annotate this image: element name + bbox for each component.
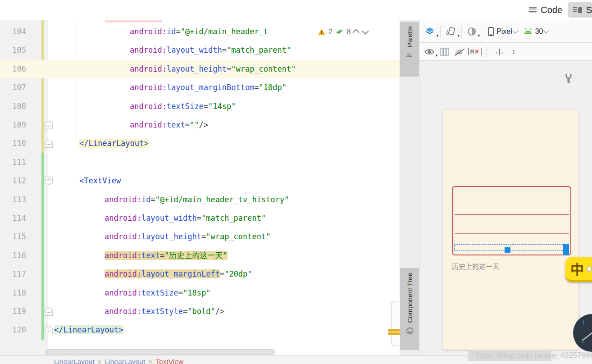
split-view-label: Split bbox=[586, 5, 592, 15]
breadcrumb-item[interactable]: TextView bbox=[155, 358, 183, 364]
code-text: android:textStyle="bold"/> bbox=[0, 302, 224, 321]
code-text: android:layout_width="match_parent" bbox=[0, 41, 291, 59]
code-line-110[interactable]: 110</LinearLayout> bbox=[0, 134, 400, 153]
code-text: android:layout_height="wrap_content" bbox=[0, 60, 296, 78]
rtl-off-icon[interactable]: R✕ bbox=[468, 48, 482, 55]
component-tree-tool-tab[interactable]: Component Tree bbox=[400, 268, 419, 350]
line-number: 111 bbox=[0, 153, 26, 172]
chevron-down-icon bbox=[543, 28, 549, 34]
code-line-119[interactable]: 119android:textStyle="bold"/> bbox=[0, 302, 400, 321]
checks-passed-icon: ✔✔ bbox=[336, 27, 344, 36]
code-line-104[interactable]: 104android:id="@+id/main_header_t2✔✔8 bbox=[0, 23, 400, 41]
design-surface[interactable]: 历史上的这一天 bbox=[419, 61, 592, 355]
editor-vertical-scrollbar[interactable] bbox=[392, 301, 398, 346]
design-toolbar-bottom: ▾ ab R✕ →|← ↕ bbox=[419, 43, 592, 61]
warning-stripe-mark[interactable] bbox=[388, 329, 400, 332]
code-text: </LinearLayout> bbox=[0, 321, 123, 339]
theme-icon bbox=[466, 26, 477, 37]
design-surface-button[interactable]: ▾ bbox=[424, 26, 436, 37]
layers-icon bbox=[424, 26, 436, 37]
selection-handle-right-top[interactable] bbox=[563, 244, 569, 250]
split-view-button[interactable]: Split bbox=[568, 2, 592, 18]
palette-tool-tab[interactable]: Palette bbox=[400, 22, 419, 77]
code-text: android:text="历史上的这一天" bbox=[0, 246, 228, 265]
layout-preview-canvas[interactable]: 历史上的这一天 bbox=[443, 110, 578, 350]
breadcrumb-separator: > bbox=[95, 358, 105, 364]
eye-icon bbox=[424, 47, 435, 57]
design-preview-panel: ▾ ▾ ▾ Pixel 30 bbox=[419, 20, 592, 355]
code-text: android:textSize="14sp" bbox=[0, 97, 236, 116]
device-phone-icon bbox=[487, 26, 495, 37]
ime-chinese-label: 中 bbox=[570, 259, 584, 278]
preview-textview-label: 历史上的这一天 bbox=[452, 261, 499, 271]
code-text: android:id="@+id/main_header_t bbox=[0, 23, 268, 41]
scroll-up-icon[interactable]: ↑ bbox=[582, 318, 586, 327]
warning-stripe-mark[interactable] bbox=[388, 332, 400, 335]
code-line-116[interactable]: 116android:text="历史上的这一天" bbox=[0, 246, 400, 265]
code-text: android:textSize="18sp" bbox=[0, 284, 210, 302]
code-view-button[interactable]: Code bbox=[524, 2, 568, 18]
inspection-widget[interactable]: 2✔✔8 bbox=[318, 23, 367, 41]
layout-variants-icon bbox=[439, 47, 450, 57]
selection-handle-right-bottom[interactable] bbox=[563, 250, 569, 255]
preview-divider-line bbox=[455, 214, 569, 215]
breadcrumb-separator: > bbox=[145, 358, 155, 364]
selection-handle-bottom[interactable] bbox=[505, 247, 510, 253]
view-options-button[interactable]: ▾ bbox=[424, 47, 435, 57]
layout-variants-button[interactable] bbox=[439, 47, 450, 57]
orientation-button[interactable]: ▾ bbox=[445, 26, 457, 37]
breadcrumb-item[interactable]: LinearLayout bbox=[54, 358, 95, 364]
code-line-111[interactable]: 111 bbox=[0, 153, 400, 172]
code-line-109[interactable]: 109android:text=""/> bbox=[0, 116, 400, 134]
preview-divider-line bbox=[455, 233, 569, 234]
palette-icon bbox=[406, 51, 413, 60]
squeeze-icon[interactable]: →|← bbox=[491, 47, 507, 56]
breadcrumb: LinearLayout>LinearLayout>TextView bbox=[54, 358, 183, 364]
code-line-105[interactable]: 105android:layout_width="match_parent" bbox=[0, 41, 400, 59]
previous-problem-icon[interactable] bbox=[352, 29, 360, 36]
code-text: android:id="@+id/main_header_tv_history" bbox=[0, 191, 289, 209]
next-problem-icon[interactable] bbox=[362, 27, 369, 35]
code-line-117[interactable]: 117android:layout_marginLeft="20dp" bbox=[0, 265, 400, 283]
selected-view-outline[interactable] bbox=[454, 244, 567, 251]
api-level-label: 30 bbox=[535, 27, 543, 36]
code-text: android:layout_height="wrap_content" bbox=[0, 228, 271, 246]
split-view-icon bbox=[573, 7, 582, 13]
warning-icon bbox=[318, 29, 325, 35]
code-line-107[interactable]: 107android:layout_marginBottom="10dp" bbox=[0, 78, 400, 97]
code-text: android:layout_marginBottom="10dp" bbox=[0, 78, 287, 97]
api-level-selector[interactable]: 30 bbox=[523, 27, 549, 36]
no-sample-text-icon[interactable]: ab bbox=[455, 48, 464, 55]
device-selector[interactable]: Pixel bbox=[487, 26, 518, 37]
code-line-115[interactable]: 115android:layout_height="wrap_content" bbox=[0, 228, 400, 246]
editor-horizontal-scrollbar[interactable] bbox=[45, 349, 275, 355]
code-line-120[interactable]: 120</LinearLayout> bbox=[0, 321, 400, 339]
ime-status-dot bbox=[587, 266, 592, 272]
code-line-108[interactable]: 108android:textSize="14sp" bbox=[0, 97, 400, 116]
watermark-text: https://blog.csdn.net/qq_42257666 bbox=[477, 351, 592, 360]
expand-vertical-icon[interactable]: ↕ bbox=[512, 47, 515, 56]
xml-code-editor[interactable]: 104android:id="@+id/main_header_t2✔✔8105… bbox=[0, 20, 400, 355]
ime-indicator-badge[interactable]: 中 bbox=[565, 257, 592, 282]
theme-button[interactable]: ▾ bbox=[466, 26, 477, 37]
code-line-112[interactable]: 112<TextView bbox=[0, 172, 400, 190]
editor-mode-toolbar: Code Split bbox=[0, 0, 592, 20]
device-label: Pixel bbox=[496, 27, 512, 36]
code-line-113[interactable]: 113android:id="@+id/main_header_tv_histo… bbox=[0, 191, 400, 209]
code-line-118[interactable]: 118android:textSize="18sp" bbox=[0, 284, 400, 302]
wrench-icon[interactable] bbox=[565, 73, 572, 85]
scroll-down-icon[interactable]: ↓ bbox=[581, 336, 585, 345]
code-line-114[interactable]: 114android:layout_width="match_parent" bbox=[0, 209, 400, 228]
check-count: 8 bbox=[347, 28, 351, 36]
code-line-106[interactable]: 106android:layout_height="wrap_content" bbox=[0, 60, 400, 78]
chevron-down-icon bbox=[512, 28, 518, 34]
code-view-icon bbox=[529, 7, 537, 13]
code-view-label: Code bbox=[541, 5, 562, 15]
breadcrumb-item[interactable]: LinearLayout bbox=[105, 358, 146, 364]
design-toolbar-top: ▾ ▾ ▾ Pixel 30 bbox=[419, 20, 592, 43]
warning-count: 2 bbox=[328, 28, 332, 36]
android-api-icon bbox=[523, 27, 533, 36]
code-text: android:layout_width="match_parent" bbox=[0, 209, 266, 228]
code-text: <TextView bbox=[0, 172, 121, 190]
tool-window-tab-strip: Palette Component Tree bbox=[400, 20, 419, 355]
